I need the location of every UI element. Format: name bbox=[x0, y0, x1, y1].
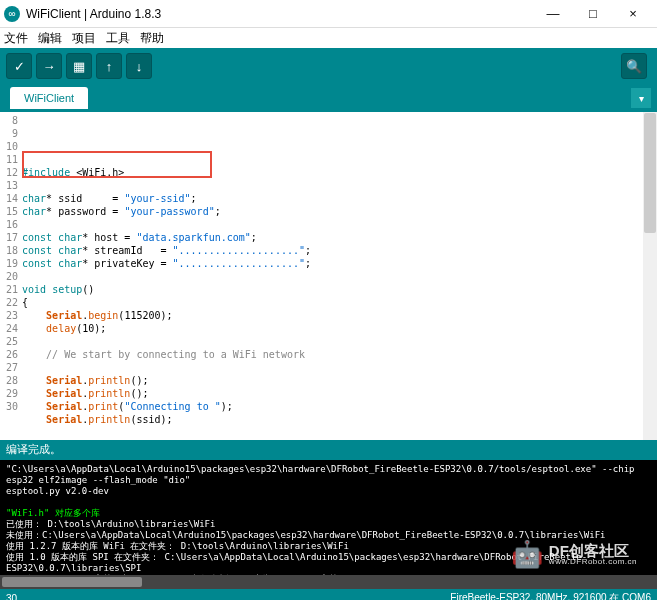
serial-monitor-button[interactable]: 🔍 bbox=[621, 53, 647, 79]
line-number: 17 bbox=[0, 231, 18, 244]
line-number: 13 bbox=[0, 179, 18, 192]
tab-menu-button[interactable]: ▾ bbox=[631, 88, 651, 108]
menu-help[interactable]: 帮助 bbox=[140, 30, 164, 47]
status-bar: 编译完成。 bbox=[0, 440, 657, 460]
line-gutter: 8910111213141516171819202122232425262728… bbox=[0, 112, 22, 440]
menu-sketch[interactable]: 项目 bbox=[72, 30, 96, 47]
line-number: 27 bbox=[0, 361, 18, 374]
code-line[interactable]: Serial.println(); bbox=[22, 387, 657, 400]
line-number: 18 bbox=[0, 244, 18, 257]
menu-file[interactable]: 文件 bbox=[4, 30, 28, 47]
open-button[interactable]: ↑ bbox=[96, 53, 122, 79]
code-line[interactable]: Serial.print("Connecting to "); bbox=[22, 400, 657, 413]
code-line[interactable]: delay(10); bbox=[22, 322, 657, 335]
code-line[interactable] bbox=[22, 270, 657, 283]
console-line: esptool.py v2.0-dev bbox=[6, 486, 651, 497]
line-number: 12 bbox=[0, 166, 18, 179]
code-editor[interactable]: 8910111213141516171819202122232425262728… bbox=[0, 112, 657, 440]
window-minimize-button[interactable]: — bbox=[533, 0, 573, 28]
scrollbar-thumb[interactable] bbox=[644, 113, 656, 233]
code-line[interactable]: #include <WiFi.h> bbox=[22, 166, 657, 179]
line-number: 26 bbox=[0, 348, 18, 361]
code-area[interactable]: #include <WiFi.h> char* ssid = "your-ssi… bbox=[22, 112, 657, 440]
code-line[interactable]: const char* privateKey = "..............… bbox=[22, 257, 657, 270]
status-text: 编译完成。 bbox=[6, 443, 61, 455]
code-line[interactable]: Serial.println(ssid); bbox=[22, 413, 657, 426]
console-output[interactable]: "C:\Users\a\AppData\Local\Arduino15\pack… bbox=[0, 460, 657, 575]
line-number: 29 bbox=[0, 387, 18, 400]
verify-button[interactable]: ✓ bbox=[6, 53, 32, 79]
console-line: 使用 1.2.7 版本的库 WiFi 在文件夹： D:\tools\Arduin… bbox=[6, 541, 651, 552]
console-line: "WiFi.h" 对应多个库 bbox=[6, 508, 651, 519]
line-number: 11 bbox=[0, 153, 18, 166]
menubar: 文件 编辑 项目 工具 帮助 bbox=[0, 28, 657, 48]
line-number: 10 bbox=[0, 140, 18, 153]
line-number: 22 bbox=[0, 296, 18, 309]
line-number: 16 bbox=[0, 218, 18, 231]
scrollbar-thumb[interactable] bbox=[2, 577, 142, 587]
code-line[interactable]: char* ssid = "your-ssid"; bbox=[22, 192, 657, 205]
console-line: "C:\Users\a\AppData\Local\Arduino15\pack… bbox=[6, 464, 651, 486]
window-maximize-button[interactable]: □ bbox=[573, 0, 613, 28]
code-line[interactable] bbox=[22, 218, 657, 231]
console-horizontal-scrollbar[interactable] bbox=[0, 575, 657, 589]
window-title: WiFiClient | Arduino 1.8.3 bbox=[26, 7, 533, 21]
code-line[interactable] bbox=[22, 361, 657, 374]
save-button[interactable]: ↓ bbox=[126, 53, 152, 79]
arduino-icon bbox=[4, 6, 20, 22]
line-number: 25 bbox=[0, 335, 18, 348]
code-line[interactable]: const char* streamId = "................… bbox=[22, 244, 657, 257]
footer-bar: 30 FireBeetle-ESP32, 80MHz, 921600 在 COM… bbox=[0, 589, 657, 600]
code-line[interactable]: Serial.begin(115200); bbox=[22, 309, 657, 322]
line-number: 19 bbox=[0, 257, 18, 270]
cursor-line: 30 bbox=[6, 593, 17, 601]
console-line: 已使用： D:\tools\Arduino\libraries\WiFi bbox=[6, 519, 651, 530]
code-line[interactable]: char* password = "your-password"; bbox=[22, 205, 657, 218]
line-number: 14 bbox=[0, 192, 18, 205]
code-line[interactable] bbox=[22, 153, 657, 166]
window-close-button[interactable]: × bbox=[613, 0, 653, 28]
menu-edit[interactable]: 编辑 bbox=[38, 30, 62, 47]
board-info: FireBeetle-ESP32, 80MHz, 921600 在 COM6 bbox=[450, 591, 651, 600]
code-line[interactable] bbox=[22, 335, 657, 348]
line-number: 9 bbox=[0, 127, 18, 140]
code-line[interactable]: Serial.println(); bbox=[22, 374, 657, 387]
code-line[interactable] bbox=[22, 426, 657, 439]
console-line: 使用 1.0 版本的库 SPI 在文件夹： C:\Users\a\AppData… bbox=[6, 552, 651, 574]
menu-tools[interactable]: 工具 bbox=[106, 30, 130, 47]
line-number: 21 bbox=[0, 283, 18, 296]
code-line[interactable]: // We start by connecting to a WiFi netw… bbox=[22, 348, 657, 361]
upload-button[interactable]: → bbox=[36, 53, 62, 79]
toolbar: ✓ → ▦ ↑ ↓ 🔍 bbox=[0, 48, 657, 84]
new-button[interactable]: ▦ bbox=[66, 53, 92, 79]
editor-vertical-scrollbar[interactable] bbox=[643, 112, 657, 440]
line-number: 24 bbox=[0, 322, 18, 335]
line-number: 15 bbox=[0, 205, 18, 218]
code-line[interactable]: { bbox=[22, 296, 657, 309]
code-line[interactable] bbox=[22, 179, 657, 192]
line-number: 23 bbox=[0, 309, 18, 322]
tabbar: WiFiClient ▾ bbox=[0, 84, 657, 112]
line-number: 28 bbox=[0, 374, 18, 387]
code-line[interactable]: const char* host = "data.sparkfun.com"; bbox=[22, 231, 657, 244]
line-number: 8 bbox=[0, 114, 18, 127]
line-number: 20 bbox=[0, 270, 18, 283]
code-line[interactable]: WiFi.begin(ssid, password); bbox=[22, 439, 657, 440]
line-number: 30 bbox=[0, 400, 18, 413]
console-line bbox=[6, 497, 651, 508]
tab-wificlient[interactable]: WiFiClient bbox=[10, 87, 88, 109]
titlebar: WiFiClient | Arduino 1.8.3 — □ × bbox=[0, 0, 657, 28]
console-line: 未使用：C:\Users\a\AppData\Local\Arduino15\p… bbox=[6, 530, 651, 541]
code-line[interactable]: void setup() bbox=[22, 283, 657, 296]
